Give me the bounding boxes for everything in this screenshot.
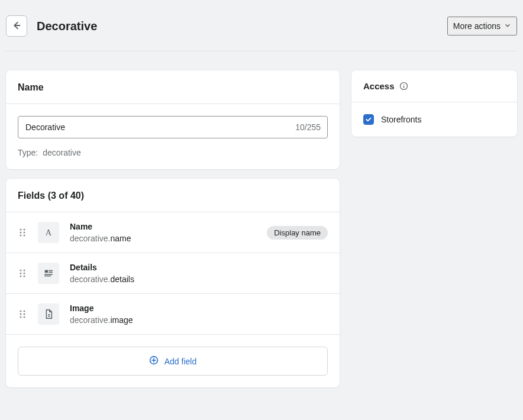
name-input-wrap: 10/255 bbox=[18, 116, 328, 138]
svg-point-6 bbox=[24, 235, 25, 237]
fields-card-header: Fields (3 of 40) bbox=[6, 179, 340, 212]
display-name-badge: Display name bbox=[267, 226, 328, 240]
type-value: decorative bbox=[43, 148, 81, 157]
fields-card-title: Fields (3 of 40) bbox=[18, 190, 328, 201]
svg-point-5 bbox=[20, 235, 22, 237]
content: Name 10/255 Type: decorative Fields (3 o… bbox=[6, 70, 517, 387]
svg-point-32 bbox=[403, 84, 403, 85]
access-title: Access bbox=[363, 81, 395, 91]
field-text: Name decorative.name bbox=[70, 222, 256, 243]
svg-point-22 bbox=[24, 314, 25, 315]
add-field-wrap: Add field bbox=[6, 335, 340, 387]
svg-point-20 bbox=[24, 311, 25, 312]
back-button[interactable] bbox=[6, 15, 27, 37]
plus-circle-icon bbox=[149, 356, 159, 367]
field-text: Details decorative.details bbox=[70, 263, 328, 284]
field-text: Image decorative.image bbox=[70, 303, 328, 325]
field-row-name[interactable]: A Name decorative.name Display name bbox=[6, 212, 340, 253]
type-label: Type: bbox=[18, 148, 38, 157]
add-field-label: Add field bbox=[164, 357, 196, 366]
svg-text:A: A bbox=[46, 228, 52, 237]
field-name-label: Details bbox=[70, 263, 328, 272]
storefronts-checkbox[interactable] bbox=[363, 114, 374, 125]
svg-point-3 bbox=[20, 232, 22, 234]
svg-point-13 bbox=[24, 276, 25, 277]
svg-point-4 bbox=[24, 232, 25, 234]
field-name-label: Image bbox=[70, 303, 328, 313]
name-input[interactable] bbox=[18, 116, 328, 138]
drag-handle-icon[interactable] bbox=[18, 228, 27, 237]
svg-point-1 bbox=[20, 229, 22, 231]
field-row-image[interactable]: Image decorative.image bbox=[6, 294, 340, 335]
svg-point-2 bbox=[24, 229, 25, 231]
svg-rect-14 bbox=[45, 270, 48, 273]
access-card: Access Storefronts bbox=[351, 70, 517, 137]
field-path: decorative.image bbox=[70, 315, 328, 325]
more-actions-button[interactable]: More actions bbox=[447, 17, 517, 35]
name-card-title: Name bbox=[18, 82, 328, 93]
name-card-body: 10/255 Type: decorative bbox=[6, 104, 340, 169]
field-name-label: Name bbox=[70, 222, 256, 231]
chevron-down-icon bbox=[504, 21, 511, 31]
svg-point-11 bbox=[24, 273, 25, 274]
svg-point-10 bbox=[20, 273, 22, 274]
drag-handle-icon[interactable] bbox=[18, 269, 27, 278]
name-card: Name 10/255 Type: decorative bbox=[6, 70, 340, 169]
richtext-field-icon bbox=[38, 263, 59, 284]
svg-point-23 bbox=[20, 316, 22, 318]
arrow-left-icon bbox=[11, 20, 22, 33]
side-column: Access Storefronts bbox=[351, 70, 517, 137]
drag-handle-icon[interactable] bbox=[18, 309, 27, 319]
field-row-details[interactable]: Details decorative.details bbox=[6, 253, 340, 294]
field-path: decorative.details bbox=[70, 274, 328, 284]
access-card-body: Storefronts bbox=[351, 102, 517, 137]
svg-point-9 bbox=[24, 270, 25, 272]
svg-point-19 bbox=[20, 311, 22, 312]
svg-point-21 bbox=[20, 314, 22, 315]
storefronts-label: Storefronts bbox=[381, 115, 421, 124]
info-icon[interactable] bbox=[399, 82, 408, 91]
file-field-icon bbox=[38, 303, 59, 325]
header-left: Decorative bbox=[6, 15, 97, 37]
name-card-header: Name bbox=[6, 70, 340, 104]
add-field-button[interactable]: Add field bbox=[18, 347, 328, 376]
more-actions-label: More actions bbox=[453, 21, 501, 31]
storefronts-checkbox-row[interactable]: Storefronts bbox=[363, 114, 505, 125]
svg-point-8 bbox=[20, 270, 22, 272]
field-path: decorative.name bbox=[70, 234, 256, 243]
main-column: Name 10/255 Type: decorative Fields (3 o… bbox=[6, 70, 340, 387]
text-field-icon: A bbox=[38, 222, 59, 243]
fields-card: Fields (3 of 40) A Name bbox=[6, 179, 340, 387]
svg-point-24 bbox=[24, 316, 25, 318]
access-card-header: Access bbox=[351, 70, 517, 102]
type-row: Type: decorative bbox=[18, 148, 328, 157]
svg-point-12 bbox=[20, 276, 22, 277]
page-title: Decorative bbox=[37, 20, 97, 33]
page-header: Decorative More actions bbox=[6, 6, 517, 51]
